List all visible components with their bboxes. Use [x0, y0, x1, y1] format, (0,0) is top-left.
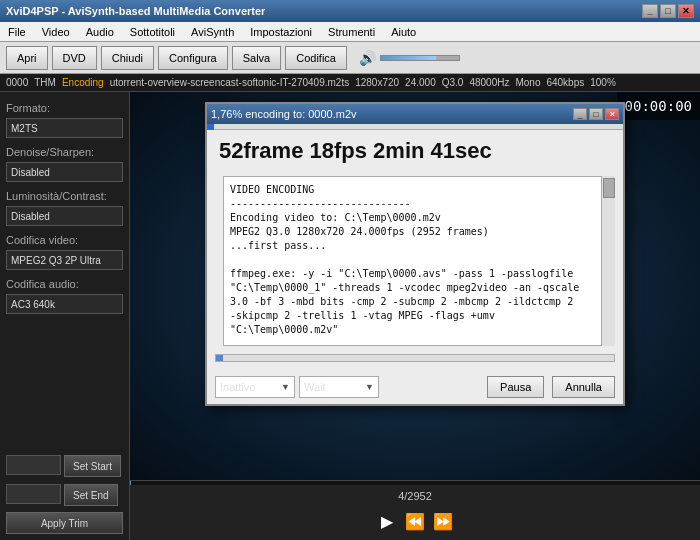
denoise-label: Denoise/Sharpen: [6, 146, 123, 158]
log-content: VIDEO ENCODING -------------------------… [230, 183, 600, 337]
luminosita-value[interactable]: Disabled [6, 206, 123, 226]
chiudi-button[interactable]: Chiudi [101, 46, 154, 70]
status-bitrate: 640kbps [546, 77, 584, 88]
minimize-button[interactable]: _ [642, 4, 658, 18]
dialog-progress-track [215, 354, 615, 362]
wait-dropdown[interactable]: Wait ▼ [299, 376, 379, 398]
menu-bar: File Video Audio Sottotitoli AviSynth Im… [0, 22, 700, 42]
dialog-close-button[interactable]: ✕ [605, 108, 619, 120]
configura-button[interactable]: Configura [158, 46, 228, 70]
status-percent: 100% [590, 77, 616, 88]
dialog-frame-fps: 52frame 18fps 2min 41sec [219, 138, 611, 164]
encoding-dialog: 1,76% encoding to: 0000.m2v _ □ ✕ 52fram… [205, 102, 625, 406]
set-start-row: Set Start [6, 455, 123, 477]
status-fps: 24.000 [405, 77, 436, 88]
codifica-audio-label: Codifica audio: [6, 278, 123, 290]
dialog-overlay: 1,76% encoding to: 0000.m2v _ □ ✕ 52fram… [130, 92, 700, 540]
wait-arrow-icon: ▼ [365, 382, 374, 392]
left-panel: Formato: M2TS Denoise/Sharpen: Disabled … [0, 92, 130, 540]
title-controls: _ □ ✕ [642, 4, 694, 18]
status-samplerate: 48000Hz [469, 77, 509, 88]
status-filename: utorrent-overview-screencast-softonic-IT… [110, 77, 350, 88]
codifica-button[interactable]: Codifica [285, 46, 347, 70]
app-title: XviD4PSP - AviSynth-based MultiMedia Con… [6, 5, 265, 17]
set-start-input[interactable] [6, 455, 61, 475]
status-quality: Q3.0 [442, 77, 464, 88]
log-scrollbar[interactable] [601, 176, 615, 346]
status-encoding: Encoding [62, 77, 104, 88]
dialog-title-controls: _ □ ✕ [573, 108, 619, 120]
dialog-progress-fill [216, 355, 223, 361]
set-end-row: Set End [6, 484, 123, 506]
inattivo-dropdown[interactable]: Inattivo ▼ [215, 376, 295, 398]
annulla-button[interactable]: Annulla [552, 376, 615, 398]
inattivo-arrow-icon: ▼ [281, 382, 290, 392]
volume-fill [381, 56, 436, 60]
codifica-video-value[interactable]: MPEG2 Q3 2P Ultra [6, 250, 123, 270]
codifica-video-label: Codifica video: [6, 234, 123, 246]
dialog-header: 52frame 18fps 2min 41sec [207, 130, 623, 172]
dialog-progress-section [207, 350, 623, 372]
dialog-minimize-button[interactable]: _ [573, 108, 587, 120]
dialog-log-container: VIDEO ENCODING -------------------------… [215, 176, 615, 346]
denoise-value[interactable]: Disabled [6, 162, 123, 182]
menu-sottotitoli[interactable]: Sottotitoli [126, 24, 179, 40]
menu-file[interactable]: File [4, 24, 30, 40]
menu-impostazioni[interactable]: Impostazioni [246, 24, 316, 40]
volume-area: 🔊 [359, 50, 460, 66]
menu-avisynth[interactable]: AviSynth [187, 24, 238, 40]
volume-slider[interactable] [380, 55, 460, 61]
formato-label: Formato: [6, 102, 123, 114]
status-thm: THM [34, 77, 56, 88]
apri-button[interactable]: Apri [6, 46, 48, 70]
set-start-button[interactable]: Set Start [64, 455, 121, 477]
luminosita-label: Luminosità/Contrast: [6, 190, 123, 202]
dialog-titlebar: 1,76% encoding to: 0000.m2v _ □ ✕ [207, 104, 623, 124]
volume-icon: 🔊 [359, 50, 376, 66]
title-bar: XviD4PSP - AviSynth-based MultiMedia Con… [0, 0, 700, 22]
set-end-input[interactable] [6, 484, 61, 504]
toolbar: Apri DVD Chiudi Configura Salva Codifica… [0, 42, 700, 74]
status-frame: 0000 [6, 77, 28, 88]
wait-value: Wait [304, 381, 326, 393]
codifica-audio-value[interactable]: AC3 640k [6, 294, 123, 314]
maximize-button[interactable]: □ [660, 4, 676, 18]
dvd-button[interactable]: DVD [52, 46, 97, 70]
dialog-bottom-row: Inattivo ▼ Wait ▼ Pausa Annulla [207, 372, 623, 404]
menu-audio[interactable]: Audio [82, 24, 118, 40]
status-channels: Mono [515, 77, 540, 88]
dialog-maximize-button[interactable]: □ [589, 108, 603, 120]
formato-value[interactable]: M2TS [6, 118, 123, 138]
salva-button[interactable]: Salva [232, 46, 282, 70]
status-resolution: 1280x720 [355, 77, 399, 88]
log-scroll-thumb[interactable] [603, 178, 615, 198]
menu-strumenti[interactable]: Strumenti [324, 24, 379, 40]
apply-trim-button[interactable]: Apply Trim [6, 512, 123, 534]
dialog-title: 1,76% encoding to: 0000.m2v [211, 108, 357, 120]
set-end-button[interactable]: Set End [64, 484, 118, 506]
menu-aiuto[interactable]: Aiuto [387, 24, 420, 40]
close-button[interactable]: ✕ [678, 4, 694, 18]
dialog-log-area[interactable]: VIDEO ENCODING -------------------------… [223, 176, 607, 346]
status-bar: 0000 THM Encoding utorrent-overview-scre… [0, 74, 700, 92]
content-area: 00:00:00 4/2952 ▶ ⏪ ⏩ 1,76% encoding to:… [130, 92, 700, 540]
inattivo-value: Inattivo [220, 381, 255, 393]
main-area: Formato: M2TS Denoise/Sharpen: Disabled … [0, 92, 700, 540]
menu-video[interactable]: Video [38, 24, 74, 40]
pausa-button[interactable]: Pausa [487, 376, 544, 398]
